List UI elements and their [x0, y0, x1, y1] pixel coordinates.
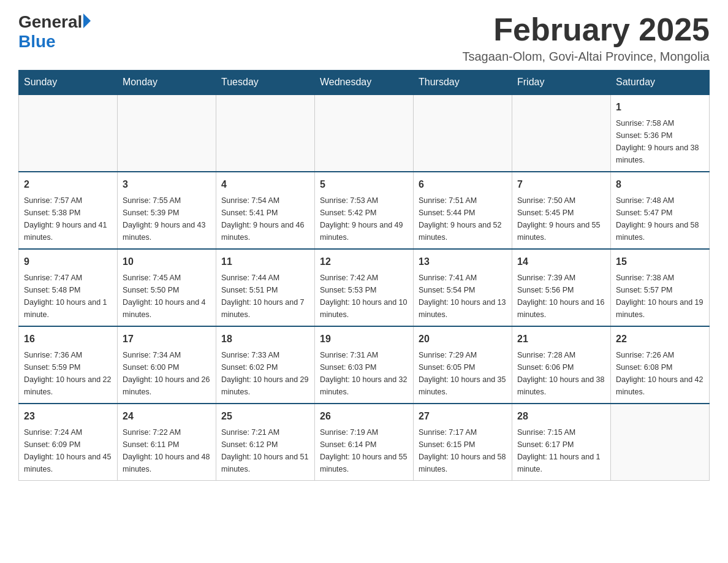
- day-number: 8: [616, 177, 704, 192]
- day-number: 1: [616, 100, 704, 115]
- table-row: [19, 94, 118, 172]
- table-row: 24Sunrise: 7:22 AMSunset: 6:11 PMDayligh…: [118, 404, 216, 481]
- table-row: 18Sunrise: 7:33 AMSunset: 6:02 PMDayligh…: [216, 326, 315, 404]
- day-number: 28: [517, 409, 605, 424]
- calendar-week-3: 9Sunrise: 7:47 AMSunset: 5:48 PMDaylight…: [19, 249, 710, 326]
- day-number: 22: [616, 332, 704, 347]
- table-row: 2Sunrise: 7:57 AMSunset: 5:38 PMDaylight…: [19, 172, 118, 249]
- day-number: 15: [616, 255, 704, 269]
- location-subtitle: Tsagaan-Olom, Govi-Altai Province, Mongo…: [462, 50, 710, 64]
- day-info: Sunrise: 7:22 AMSunset: 6:11 PMDaylight:…: [123, 426, 211, 475]
- day-info: Sunrise: 7:17 AMSunset: 6:15 PMDaylight:…: [419, 426, 507, 475]
- day-info: Sunrise: 7:44 AMSunset: 5:51 PMDaylight:…: [221, 272, 309, 321]
- month-title: February 2025: [462, 12, 710, 47]
- table-row: 5Sunrise: 7:53 AMSunset: 5:42 PMDaylight…: [315, 172, 414, 249]
- table-row: 27Sunrise: 7:17 AMSunset: 6:15 PMDayligh…: [414, 404, 512, 481]
- col-monday: Monday: [118, 71, 216, 95]
- table-row: 17Sunrise: 7:34 AMSunset: 6:00 PMDayligh…: [118, 326, 216, 404]
- day-info: Sunrise: 7:55 AMSunset: 5:39 PMDaylight:…: [123, 194, 211, 243]
- day-info: Sunrise: 7:38 AMSunset: 5:57 PMDaylight:…: [616, 272, 704, 321]
- table-row: [611, 404, 710, 481]
- day-number: 2: [24, 177, 112, 192]
- table-row: 20Sunrise: 7:29 AMSunset: 6:05 PMDayligh…: [414, 326, 512, 404]
- calendar-week-2: 2Sunrise: 7:57 AMSunset: 5:38 PMDaylight…: [19, 172, 710, 249]
- table-row: 23Sunrise: 7:24 AMSunset: 6:09 PMDayligh…: [19, 404, 118, 481]
- day-number: 20: [419, 332, 507, 347]
- day-number: 17: [123, 332, 211, 347]
- day-info: Sunrise: 7:53 AMSunset: 5:42 PMDaylight:…: [320, 194, 408, 243]
- table-row: 4Sunrise: 7:54 AMSunset: 5:41 PMDaylight…: [216, 172, 315, 249]
- day-info: Sunrise: 7:54 AMSunset: 5:41 PMDaylight:…: [221, 194, 309, 243]
- day-info: Sunrise: 7:28 AMSunset: 6:06 PMDaylight:…: [517, 349, 605, 398]
- calendar-week-5: 23Sunrise: 7:24 AMSunset: 6:09 PMDayligh…: [19, 404, 710, 481]
- table-row: [315, 94, 414, 172]
- day-info: Sunrise: 7:21 AMSunset: 6:12 PMDaylight:…: [221, 426, 309, 475]
- table-row: 28Sunrise: 7:15 AMSunset: 6:17 PMDayligh…: [512, 404, 611, 481]
- table-row: 15Sunrise: 7:38 AMSunset: 5:57 PMDayligh…: [611, 249, 710, 326]
- day-number: 14: [517, 255, 605, 269]
- day-number: 9: [24, 255, 112, 269]
- table-row: [216, 94, 315, 172]
- table-row: 9Sunrise: 7:47 AMSunset: 5:48 PMDaylight…: [19, 249, 118, 326]
- day-number: 18: [221, 332, 309, 347]
- col-sunday: Sunday: [19, 71, 118, 95]
- day-info: Sunrise: 7:45 AMSunset: 5:50 PMDaylight:…: [123, 272, 211, 321]
- col-tuesday: Tuesday: [216, 71, 315, 95]
- day-info: Sunrise: 7:24 AMSunset: 6:09 PMDaylight:…: [24, 426, 112, 475]
- day-info: Sunrise: 7:57 AMSunset: 5:38 PMDaylight:…: [24, 194, 112, 243]
- day-number: 26: [320, 409, 408, 424]
- day-info: Sunrise: 7:42 AMSunset: 5:53 PMDaylight:…: [320, 272, 408, 321]
- table-row: 3Sunrise: 7:55 AMSunset: 5:39 PMDaylight…: [118, 172, 216, 249]
- calendar-week-1: 1Sunrise: 7:58 AMSunset: 5:36 PMDaylight…: [19, 94, 710, 172]
- day-number: 13: [419, 255, 507, 269]
- logo-triangle-icon: [83, 13, 91, 28]
- day-number: 3: [123, 177, 211, 192]
- day-info: Sunrise: 7:19 AMSunset: 6:14 PMDaylight:…: [320, 426, 408, 475]
- table-row: 1Sunrise: 7:58 AMSunset: 5:36 PMDaylight…: [611, 94, 710, 172]
- day-number: 21: [517, 332, 605, 347]
- day-number: 6: [419, 177, 507, 192]
- day-info: Sunrise: 7:29 AMSunset: 6:05 PMDaylight:…: [419, 349, 507, 398]
- logo-general-text: General: [18, 12, 82, 32]
- day-info: Sunrise: 7:41 AMSunset: 5:54 PMDaylight:…: [419, 272, 507, 321]
- day-info: Sunrise: 7:51 AMSunset: 5:44 PMDaylight:…: [419, 194, 507, 243]
- day-number: 19: [320, 332, 408, 347]
- day-number: 16: [24, 332, 112, 347]
- table-row: 10Sunrise: 7:45 AMSunset: 5:50 PMDayligh…: [118, 249, 216, 326]
- col-thursday: Thursday: [414, 71, 512, 95]
- table-row: 8Sunrise: 7:48 AMSunset: 5:47 PMDaylight…: [611, 172, 710, 249]
- day-number: 10: [123, 255, 211, 269]
- table-row: [414, 94, 512, 172]
- day-info: Sunrise: 7:48 AMSunset: 5:47 PMDaylight:…: [616, 194, 704, 243]
- day-info: Sunrise: 7:15 AMSunset: 6:17 PMDaylight:…: [517, 426, 605, 475]
- calendar-header-row: Sunday Monday Tuesday Wednesday Thursday…: [19, 71, 710, 95]
- day-number: 25: [221, 409, 309, 424]
- day-number: 7: [517, 177, 605, 192]
- calendar-table: Sunday Monday Tuesday Wednesday Thursday…: [18, 70, 710, 481]
- day-info: Sunrise: 7:26 AMSunset: 6:08 PMDaylight:…: [616, 349, 704, 398]
- table-row: 14Sunrise: 7:39 AMSunset: 5:56 PMDayligh…: [512, 249, 611, 326]
- table-row: 21Sunrise: 7:28 AMSunset: 6:06 PMDayligh…: [512, 326, 611, 404]
- table-row: 26Sunrise: 7:19 AMSunset: 6:14 PMDayligh…: [315, 404, 414, 481]
- table-row: 16Sunrise: 7:36 AMSunset: 5:59 PMDayligh…: [19, 326, 118, 404]
- day-number: 5: [320, 177, 408, 192]
- day-info: Sunrise: 7:34 AMSunset: 6:00 PMDaylight:…: [123, 349, 211, 398]
- table-row: [512, 94, 611, 172]
- day-number: 4: [221, 177, 309, 192]
- day-number: 27: [419, 409, 507, 424]
- day-number: 12: [320, 255, 408, 269]
- table-row: 25Sunrise: 7:21 AMSunset: 6:12 PMDayligh…: [216, 404, 315, 481]
- col-saturday: Saturday: [611, 71, 710, 95]
- col-wednesday: Wednesday: [315, 71, 414, 95]
- day-number: 24: [123, 409, 211, 424]
- table-row: 7Sunrise: 7:50 AMSunset: 5:45 PMDaylight…: [512, 172, 611, 249]
- day-number: 11: [221, 255, 309, 269]
- logo: General Blue: [18, 12, 91, 52]
- table-row: 12Sunrise: 7:42 AMSunset: 5:53 PMDayligh…: [315, 249, 414, 326]
- calendar-week-4: 16Sunrise: 7:36 AMSunset: 5:59 PMDayligh…: [19, 326, 710, 404]
- day-info: Sunrise: 7:58 AMSunset: 5:36 PMDaylight:…: [616, 117, 704, 166]
- day-info: Sunrise: 7:39 AMSunset: 5:56 PMDaylight:…: [517, 272, 605, 321]
- day-info: Sunrise: 7:33 AMSunset: 6:02 PMDaylight:…: [221, 349, 309, 398]
- title-area: February 2025 Tsagaan-Olom, Govi-Altai P…: [462, 12, 710, 64]
- table-row: 6Sunrise: 7:51 AMSunset: 5:44 PMDaylight…: [414, 172, 512, 249]
